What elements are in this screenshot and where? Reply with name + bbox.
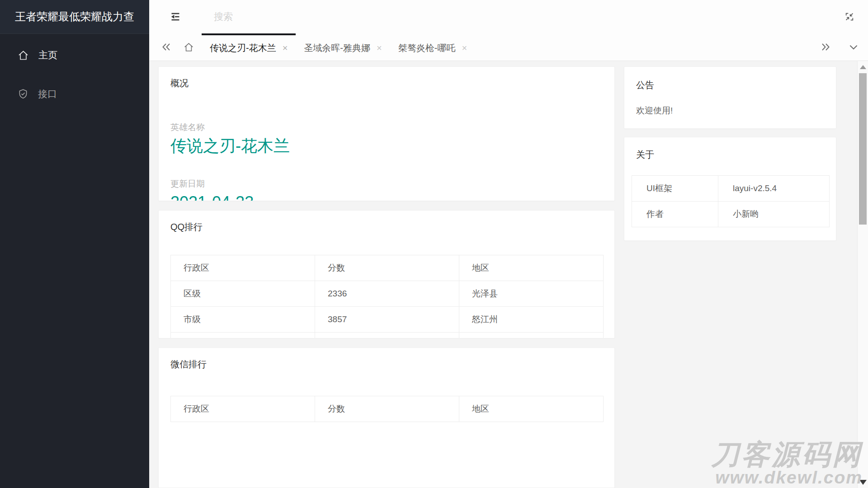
about-card: 关于 UI框架 layui-v2.5.4 作者 小新哟 [624, 137, 836, 241]
notice-body: 欢迎使用! [624, 105, 836, 117]
tabbar-right-controls [817, 33, 868, 61]
card-title: QQ排行 [159, 211, 614, 231]
wechat-rank-table: 行政区 分数 地区 [170, 396, 604, 422]
overview-body: 英雄名称 传说之刃-花木兰 更新日期 2021-04-23 [159, 123, 614, 201]
field-label: 英雄名称 [170, 123, 603, 131]
tabs-prev-button[interactable] [157, 33, 175, 61]
table-cell: 省级 [171, 333, 315, 339]
close-icon[interactable]: × [377, 43, 382, 52]
table-header-row: 行政区 分数 地区 [171, 255, 604, 281]
table-header-cell: 地区 [459, 255, 604, 281]
table-cell: 怒江州 [459, 307, 604, 333]
table-header-cell: 行政区 [171, 255, 315, 281]
table-cell: 作者 [632, 202, 718, 227]
content-right-column: 公告 欢迎使用! 关于 UI框架 layui-v2.5.4 作者 [624, 66, 836, 488]
tab-home[interactable] [175, 33, 202, 61]
close-icon[interactable]: × [462, 43, 467, 52]
table-row: 市级 3857 怒江州 [171, 307, 604, 333]
app-title: 王者荣耀最低荣耀战力查 [0, 0, 149, 34]
table-cell: 光泽县 [459, 281, 604, 307]
double-chevron-right-icon [819, 41, 832, 53]
table-cell: 市级 [171, 307, 315, 333]
home-icon [17, 49, 29, 61]
table-header-row: 行政区 分数 地区 [171, 396, 604, 422]
table-cell: 3857 [315, 307, 459, 333]
sidebar-item-home[interactable]: 主页 [0, 36, 149, 75]
table-header-cell: 行政区 [171, 396, 315, 422]
hero-name-value: 传说之刃-花木兰 [170, 137, 603, 155]
header [149, 0, 868, 33]
tab-item[interactable]: 桀骜炎枪-哪吒 × [390, 33, 475, 61]
table-header-cell: 地区 [459, 396, 604, 422]
tab-item[interactable]: 圣域余晖-雅典娜 × [296, 33, 390, 61]
table-row: 作者 小新哟 [632, 202, 830, 227]
tabs-next-button[interactable] [817, 33, 834, 61]
table-cell: 2336 [315, 281, 459, 307]
card-title: 概况 [159, 67, 614, 88]
scrollbar-up-icon[interactable] [860, 65, 866, 69]
chevron-down-icon [848, 41, 859, 53]
scrollbar-thumb[interactable] [859, 73, 867, 225]
sidebar-item-api[interactable]: 接口 [0, 75, 149, 113]
close-icon[interactable]: × [283, 43, 288, 52]
table-cell: 澳门 [459, 333, 604, 339]
fullscreen-restore-icon[interactable] [844, 12, 854, 22]
scrollbar-down-icon[interactable] [859, 480, 867, 485]
content-left-column: 概况 英雄名称 传说之刃-花木兰 更新日期 2021-04-23 QQ排行 [158, 66, 615, 488]
main-area: 传说之刃-花木兰 × 圣域余晖-雅典娜 × 桀骜炎枪-哪吒 × [149, 0, 868, 488]
table-row: 区级 2336 光泽县 [171, 281, 604, 307]
table-cell: layui-v2.5.4 [718, 176, 830, 202]
tabbar: 传说之刃-花木兰 × 圣域余晖-雅典娜 × 桀骜炎枪-哪吒 × [149, 33, 868, 61]
tab-label: 圣域余晖-雅典娜 [304, 42, 370, 54]
table-cell: 小新哟 [718, 202, 830, 227]
about-table: UI框架 layui-v2.5.4 作者 小新哟 [632, 175, 830, 227]
table-cell: 区级 [171, 281, 315, 307]
tabs-menu-button[interactable] [845, 33, 862, 61]
field-label: 更新日期 [170, 179, 603, 188]
table-header-cell: 分数 [315, 396, 459, 422]
tab-label: 桀骜炎枪-哪吒 [398, 42, 456, 54]
table-row: 省级 5244 澳门 [171, 333, 604, 339]
wechat-rank-card: 微信排行 行政区 分数 地区 [158, 347, 615, 488]
sidebar-item-label: 接口 [38, 88, 57, 100]
shrink-menu-icon[interactable] [170, 11, 181, 22]
overview-card: 概况 英雄名称 传说之刃-花木兰 更新日期 2021-04-23 [158, 66, 615, 201]
sidebar: 王者荣耀最低荣耀战力查 主页 接口 [0, 0, 149, 488]
shield-check-icon [17, 88, 29, 100]
vertical-scrollbar[interactable] [857, 61, 868, 488]
search-input[interactable] [213, 11, 368, 23]
content-area: 概况 英雄名称 传说之刃-花木兰 更新日期 2021-04-23 QQ排行 [149, 61, 858, 488]
app-window: 王者荣耀最低荣耀战力查 主页 接口 [0, 0, 868, 488]
update-date-value: 2021-04-23 [170, 193, 603, 201]
table-row: UI框架 layui-v2.5.4 [632, 176, 830, 202]
card-title: 关于 [624, 137, 836, 159]
sidebar-item-label: 主页 [38, 49, 57, 61]
table-cell: UI框架 [632, 176, 718, 202]
qq-rank-table: 行政区 分数 地区 区级 2336 光泽县 [170, 255, 604, 338]
card-title: 公告 [624, 67, 836, 89]
tab-label: 传说之刃-花木兰 [210, 42, 276, 54]
qq-rank-card: QQ排行 行政区 分数 地区 区级 2336 [158, 210, 615, 338]
table-cell: 5244 [315, 333, 459, 339]
notice-card: 公告 欢迎使用! [624, 66, 836, 129]
card-title: 微信排行 [159, 348, 614, 369]
home-icon [183, 42, 194, 53]
sidebar-menu: 主页 接口 [0, 34, 149, 113]
double-chevron-left-icon [160, 41, 173, 53]
table-header-cell: 分数 [315, 255, 459, 281]
tab-item[interactable]: 传说之刃-花木兰 × [202, 33, 296, 61]
